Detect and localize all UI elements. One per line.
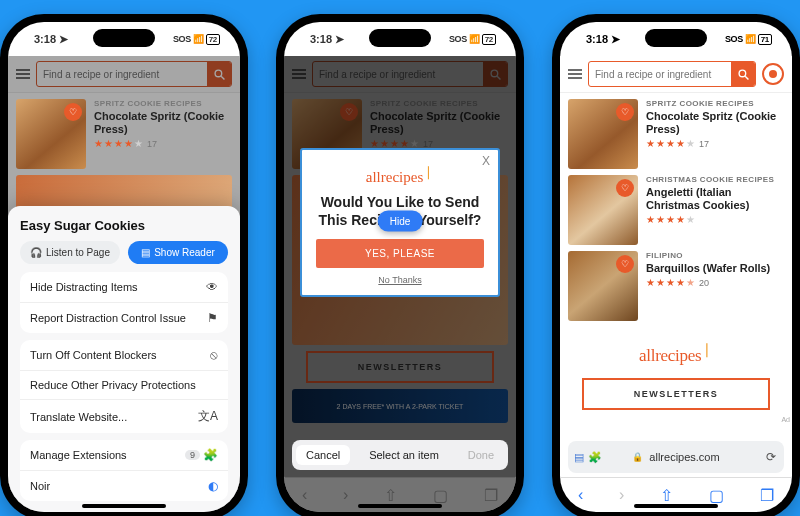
done-button[interactable]: Done — [458, 445, 504, 465]
phone-reader-menu: 3:18 ➤ SOS 📶 72 ♡ SPRITZ COOKIE RECIPES … — [0, 14, 248, 516]
listen-button[interactable]: 🎧Listen to Page — [20, 241, 120, 264]
noir-icon: ◐ — [208, 479, 218, 493]
svg-point-0 — [215, 70, 222, 77]
home-indicator[interactable] — [634, 504, 718, 508]
content-scroll[interactable]: ♡ SPRITZ COOKIE RECIPES Chocolate Spritz… — [560, 93, 792, 441]
search-input[interactable] — [589, 62, 731, 86]
search-bar[interactable] — [36, 61, 232, 87]
forward-icon[interactable]: › — [619, 486, 624, 504]
heart-icon[interactable]: ♡ — [616, 255, 634, 273]
status-time: 3:18 — [34, 33, 56, 45]
recipe-card[interactable]: ♡ SPRITZ COOKIE RECIPES Chocolate Spritz… — [16, 99, 232, 169]
font-row: ▥ A A ••• — [20, 508, 228, 512]
profile-avatar[interactable] — [762, 63, 784, 85]
report-distraction[interactable]: Report Distraction Control Issue⚑ — [20, 303, 228, 333]
noir-extension[interactable]: Noir◐ — [20, 471, 228, 501]
search-bar[interactable] — [588, 61, 756, 87]
rating: ★★★★★17 — [94, 139, 232, 149]
status-right: SOS — [173, 34, 191, 44]
select-action-bar: Cancel Select an item Done — [292, 440, 508, 470]
refresh-icon[interactable]: ⟳ — [766, 450, 776, 464]
burger-icon[interactable] — [16, 67, 30, 81]
newsletters-button[interactable]: NEWSLETTERS — [582, 378, 770, 410]
recipe-breadcrumb: SPRITZ COOKIE RECIPES — [94, 99, 232, 108]
eye-icon: 👁 — [206, 280, 218, 294]
manage-extensions[interactable]: Manage Extensions9 🧩 — [20, 440, 228, 471]
report-icon: ⚑ — [207, 311, 218, 325]
close-icon[interactable]: X — [482, 154, 490, 168]
select-label: Select an item — [369, 449, 439, 461]
extension-icon: 🧩 — [203, 448, 218, 462]
heart-icon[interactable]: ♡ — [616, 103, 634, 121]
yes-button[interactable]: YES, PLEASE — [316, 239, 484, 268]
app-header — [8, 56, 240, 93]
hide-distracting[interactable]: Hide Distracting Items👁 — [20, 272, 228, 303]
home-indicator[interactable] — [82, 504, 166, 508]
puzzle-icon[interactable]: 🧩 — [588, 451, 602, 464]
newsletter-popup: X allrecipes❘ Would You Like to Send Thi… — [300, 148, 500, 297]
brand-logo: allrecipes❘ — [560, 327, 792, 372]
phone-clean-view: 3:18 ➤ SOS 📶 71 ♡ SPRITZ COOKIE RECIPES … — [552, 14, 800, 516]
recipe-title: Chocolate Spritz (Cookie Press) — [94, 110, 232, 136]
search-button[interactable] — [731, 62, 755, 86]
block-icon: ⦸ — [210, 348, 218, 362]
home-indicator[interactable] — [358, 504, 442, 508]
phone-hide-overlay: 3:18 ➤ SOS 📶 72 ♡ SPRITZ COOKIE RECIPES … — [276, 14, 524, 516]
reader-icon: ▤ — [141, 247, 150, 258]
svg-point-4 — [739, 70, 746, 77]
recipe-card[interactable]: ♡ CHRISTMAS COOKIE RECIPES Angeletti (It… — [568, 175, 784, 245]
ad-tag: Ad — [781, 416, 790, 423]
brand-logo: allrecipes❘ — [316, 164, 484, 186]
search-button[interactable] — [207, 62, 231, 86]
url-bar[interactable]: ▤🧩 🔒 allrecipes.com ⟳ — [568, 441, 784, 473]
app-header — [560, 56, 792, 93]
recipe-card[interactable]: ♡ SPRITZ COOKIE RECIPES Chocolate Spritz… — [568, 99, 784, 169]
no-thanks-link[interactable]: No Thanks — [316, 275, 484, 285]
privacy-protections[interactable]: Reduce Other Privacy Protections — [20, 371, 228, 400]
svg-line-1 — [221, 76, 224, 79]
sheet-title: Easy Sugar Cookies — [20, 218, 228, 233]
burger-icon[interactable] — [568, 67, 582, 81]
heart-icon[interactable]: ♡ — [64, 103, 82, 121]
lock-icon: 🔒 — [632, 452, 643, 462]
url-text: allrecipes.com — [649, 451, 719, 463]
bookmarks-icon[interactable]: ▢ — [709, 486, 724, 505]
translate[interactable]: Translate Website...文A — [20, 400, 228, 433]
back-icon[interactable]: ‹ — [578, 486, 583, 504]
reader-indicator-icon[interactable]: ▤ — [574, 451, 584, 464]
search-input[interactable] — [37, 62, 207, 86]
show-reader-button[interactable]: ▤Show Reader — [128, 241, 228, 264]
recipe-card[interactable]: ♡ FILIPINO Barquillos (Wafer Rolls) ★★★★… — [568, 251, 784, 321]
dynamic-island — [93, 29, 155, 47]
dynamic-island — [645, 29, 707, 47]
hide-badge[interactable]: Hide — [378, 211, 423, 232]
headphones-icon: 🎧 — [30, 247, 42, 258]
tabs-icon[interactable]: ❐ — [760, 486, 774, 505]
translate-icon: 文A — [198, 408, 218, 425]
heart-icon[interactable]: ♡ — [616, 179, 634, 197]
page-menu-sheet: Easy Sugar Cookies 🎧Listen to Page ▤Show… — [8, 206, 240, 512]
dynamic-island — [369, 29, 431, 47]
svg-line-5 — [745, 76, 748, 79]
content-blockers[interactable]: Turn Off Content Blockers⦸ — [20, 340, 228, 371]
cancel-button[interactable]: Cancel — [296, 445, 350, 465]
recipe-thumb: ♡ — [16, 99, 86, 169]
share-icon[interactable]: ⇧ — [660, 486, 673, 505]
